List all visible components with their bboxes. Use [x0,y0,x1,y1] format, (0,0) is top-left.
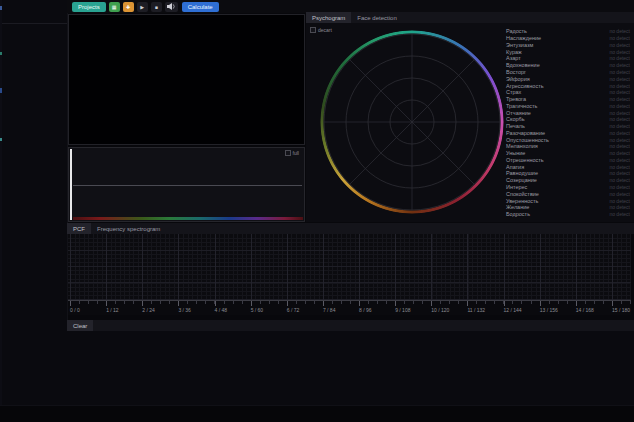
grid-button[interactable]: ▦ [109,2,120,12]
emotion-row: Скорбьno detect [506,116,632,123]
emotion-row: Энтузиазмno detect [506,42,632,49]
emotion-value: no detect [609,157,632,163]
tick-label: 2 / 24 [142,307,155,313]
emotion-label: Разочарование [506,130,545,136]
emotion-label: Отчаяние [506,110,531,116]
tick-mark [323,301,324,306]
emotion-label: Спокойствие [506,191,539,197]
emotion-row: Желаниеno detect [506,204,632,211]
emotion-label: Кураж [506,49,522,55]
plus-icon: ✚ [126,2,130,12]
tab-frequency-spectrogram[interactable]: Frequency spectrogram [91,223,166,234]
emotion-value: no detect [609,55,632,61]
emotion-value: no detect [609,69,632,75]
emotion-label: Скорбь [506,116,525,122]
tick-mark [142,301,143,306]
axis-tick: 4 / 48 [215,301,228,313]
axis-tick: 9 / 108 [395,301,410,313]
tab-face-detection[interactable]: Face detection [351,12,402,23]
clear-bar: Clear [67,320,634,331]
emotion-label: Эйфория [506,76,530,82]
emotion-value: no detect [609,198,632,204]
tick-mark [467,301,468,306]
tick-label: 9 / 108 [395,307,410,313]
checkbox-icon [285,150,291,156]
axis-tick: 1 / 12 [106,301,119,313]
emotion-label: Желание [506,204,529,210]
emotion-label: Радость [506,28,527,34]
emotion-row: Тревогаno detect [506,96,632,103]
tab-psychogram[interactable]: Psychogram [306,12,351,23]
projects-button[interactable]: Projects [72,2,106,12]
tick-label: 13 / 156 [540,307,558,313]
calculate-button[interactable]: Calculate [182,2,219,12]
emotion-row: Наслаждениеno detect [506,35,632,42]
stop-button[interactable]: ■ [151,2,162,12]
add-button[interactable]: ✚ [123,2,134,12]
emotion-value: no detect [609,110,632,116]
grid-icon: ▦ [112,2,117,12]
emotion-value: no detect [609,137,632,143]
sidebar [0,0,68,422]
tick-label: 5 / 60 [251,307,264,313]
emotion-row: Радостьno detect [506,28,632,35]
emotion-row: Меланхолияno detect [506,143,632,150]
emotion-label: Интерес [506,184,527,190]
tick-mark [540,301,541,306]
psychogram-wheel [318,28,506,216]
status-bar [0,405,634,422]
axis-tick: 8 / 96 [359,301,372,313]
playhead[interactable] [70,149,72,220]
tick-mark [106,301,107,306]
emotion-row: Эйфорияno detect [506,75,632,82]
axis-tick: 10 / 120 [431,301,449,313]
axis-tick: 5 / 60 [251,301,264,313]
tick-mark [504,301,505,306]
speaker-icon [167,3,176,10]
full-checkbox[interactable]: full [285,150,299,156]
tick-label: 1 / 12 [106,307,119,313]
tab-pcf[interactable]: PCF [67,223,91,234]
tick-mark [287,301,288,306]
axis-tick: 3 / 36 [178,301,191,313]
play-button[interactable]: ▶ [137,2,148,12]
edge-mark [0,6,2,10]
emotion-row: Равнодушиеno detect [506,170,632,177]
emotion-label: Восторг [506,69,526,75]
emotion-list: Радостьno detectНаслаждениеno detectЭнту… [506,28,632,217]
speaker-button[interactable] [165,2,178,12]
tick-label: 8 / 96 [359,307,372,313]
emotion-value: no detect [609,177,632,183]
emotion-row: Отрешенностьno detect [506,157,632,164]
emotion-value: no detect [609,191,632,197]
emotion-label: Тревога [506,96,526,102]
tick-mark [395,301,396,306]
emotion-label: Наслаждение [506,35,541,41]
emotion-row: Спокойствиеno detect [506,190,632,197]
axis-tick: 0 / 0 [70,301,80,313]
emotion-value: no detect [609,150,632,156]
clear-button[interactable]: Clear [67,320,93,331]
emotion-row: Восторгno detect [506,69,632,76]
tick-mark [359,301,360,306]
emotion-row: Разочарованиеno detect [506,129,632,136]
axis-tick: 12 / 144 [504,301,522,313]
window-edge-strip [0,0,2,422]
tick-label: 7 / 84 [323,307,336,313]
tick-mark [431,301,432,306]
edge-mark [0,52,2,55]
emotion-label: Агрессивность [506,83,544,89]
waveform-panel: full [68,147,305,222]
checkbox-icon [310,27,316,33]
emotion-value: no detect [609,76,632,82]
sidebar-divider [0,23,67,24]
axis-tick: 7 / 84 [323,301,336,313]
tick-mark [251,301,252,306]
emotion-value: no detect [609,103,632,109]
axis-tick: 6 / 72 [287,301,300,313]
emotion-label: Азарт [506,55,521,61]
emotion-row: Интересno detect [506,184,632,191]
play-icon: ▶ [140,2,144,12]
clear-body [67,331,634,405]
emotion-label: Отрешенность [506,157,544,163]
